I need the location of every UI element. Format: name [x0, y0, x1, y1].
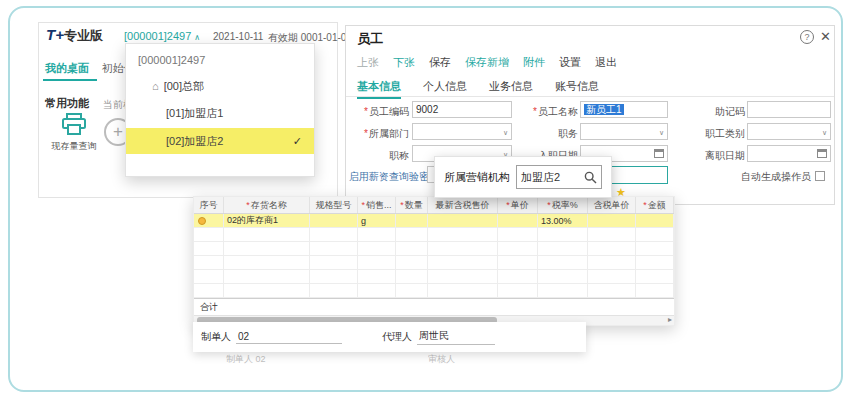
popup-search-input[interactable]: 加盟店2 [516, 165, 602, 189]
table-cell[interactable] [310, 228, 358, 242]
search-icon[interactable] [584, 171, 597, 184]
department-select[interactable]: ∨ [412, 123, 512, 140]
org-item-headquarters[interactable]: ⌂[00]总部 [126, 74, 314, 98]
column-header[interactable]: 序号 [194, 197, 224, 213]
table-cell[interactable] [588, 270, 636, 284]
table-cell[interactable] [498, 228, 538, 242]
table-cell[interactable] [538, 270, 588, 284]
employee-code-input[interactable]: 9002 [412, 101, 512, 118]
creator-input[interactable]: 02 [236, 331, 342, 344]
table-row-empty[interactable] [194, 284, 674, 298]
column-header[interactable]: *金额 [636, 197, 674, 213]
table-cell[interactable] [396, 242, 428, 256]
table-cell[interactable] [224, 256, 310, 270]
table-cell[interactable] [636, 228, 674, 242]
column-header[interactable]: *税率% [538, 197, 588, 213]
inventory-query-shortcut[interactable]: 现存量查询 [44, 112, 104, 158]
column-header[interactable]: 最新含税售价 [428, 197, 498, 213]
table-row-empty[interactable] [194, 228, 674, 242]
table-cell[interactable] [588, 228, 636, 242]
table-cell[interactable] [224, 284, 310, 298]
table-cell[interactable]: g [358, 214, 396, 228]
account-org-switcher[interactable]: [000001]2497∧ [124, 30, 200, 42]
table-row-empty[interactable] [194, 270, 674, 284]
scroll-right-icon[interactable]: ▸ [668, 315, 672, 324]
table-cell[interactable] [636, 256, 674, 270]
table-cell[interactable] [636, 242, 674, 256]
table-cell[interactable] [310, 214, 358, 228]
column-header[interactable]: *数量 [396, 197, 428, 213]
mnemonic-input[interactable] [747, 101, 831, 118]
table-cell[interactable] [636, 270, 674, 284]
table-cell[interactable] [194, 228, 224, 242]
column-header[interactable]: 规格型号 [310, 197, 358, 213]
table-cell[interactable] [428, 256, 498, 270]
column-header[interactable]: 含税单价 [588, 197, 636, 213]
table-cell[interactable] [396, 228, 428, 242]
table-cell[interactable] [428, 228, 498, 242]
table-cell[interactable] [636, 284, 674, 298]
save-button[interactable]: 保存 [429, 55, 451, 70]
table-cell[interactable] [194, 270, 224, 284]
table-cell[interactable] [224, 242, 310, 256]
duty-select[interactable]: ∨ [580, 123, 668, 140]
table-cell[interactable] [310, 284, 358, 298]
table-cell[interactable] [498, 242, 538, 256]
table-cell[interactable] [636, 214, 674, 228]
tab-my-desktop[interactable]: 我的桌面 [45, 61, 89, 76]
column-header[interactable]: *单价 [498, 197, 538, 213]
table-cell[interactable] [224, 270, 310, 284]
next-record-button[interactable]: 下张 [393, 55, 415, 70]
table-cell[interactable] [194, 256, 224, 270]
employee-name-input[interactable]: 新员工1 [580, 101, 668, 118]
table-cell[interactable] [498, 270, 538, 284]
prev-record-button[interactable]: 上张 [357, 55, 379, 70]
close-icon[interactable]: ✕ [820, 29, 831, 44]
settings-button[interactable]: 设置 [559, 55, 581, 70]
attachment-button[interactable]: 附件 [523, 55, 545, 70]
table-row-empty[interactable] [194, 256, 674, 270]
org-item-store2-selected[interactable]: [02]加盟店2 ✓ [126, 128, 314, 154]
category-select[interactable]: ∨ [747, 123, 831, 140]
table-cell[interactable] [396, 284, 428, 298]
table-cell[interactable] [538, 284, 588, 298]
table-cell[interactable] [358, 256, 396, 270]
column-header[interactable]: *存货名称 [224, 197, 310, 213]
table-cell[interactable] [358, 242, 396, 256]
table-cell[interactable] [358, 228, 396, 242]
table-cell[interactable] [358, 284, 396, 298]
table-cell[interactable] [428, 242, 498, 256]
column-header[interactable]: *销售... [358, 197, 396, 213]
table-cell[interactable] [588, 242, 636, 256]
exit-button[interactable]: 退出 [595, 55, 617, 70]
table-cell[interactable] [310, 256, 358, 270]
table-row[interactable]: 02的库存商1g13.00% [194, 214, 674, 228]
table-cell[interactable] [498, 214, 538, 228]
table-cell[interactable] [194, 214, 224, 228]
table-cell[interactable] [358, 270, 396, 284]
table-cell[interactable] [224, 228, 310, 242]
table-cell[interactable] [538, 242, 588, 256]
table-cell[interactable]: 13.00% [538, 214, 588, 228]
table-cell[interactable] [396, 256, 428, 270]
auto-operator-checkbox[interactable] [815, 171, 825, 181]
table-cell[interactable]: 02的库存商1 [224, 214, 310, 228]
help-icon[interactable]: ? [800, 30, 814, 44]
table-cell[interactable] [538, 256, 588, 270]
leave-date-input[interactable] [747, 145, 831, 162]
table-row-empty[interactable] [194, 242, 674, 256]
table-cell[interactable] [498, 284, 538, 298]
table-cell[interactable] [428, 284, 498, 298]
table-cell[interactable] [538, 228, 588, 242]
table-cell[interactable] [428, 270, 498, 284]
agent-input[interactable]: 周世民 [417, 329, 495, 345]
table-cell[interactable] [194, 242, 224, 256]
table-cell[interactable] [588, 214, 636, 228]
table-cell[interactable] [498, 256, 538, 270]
org-item-store1[interactable]: [01]加盟店1 [126, 101, 314, 125]
table-cell[interactable] [428, 214, 498, 228]
table-cell[interactable] [310, 270, 358, 284]
save-and-new-button[interactable]: 保存新增 [465, 55, 509, 70]
table-cell[interactable] [588, 256, 636, 270]
table-cell[interactable] [396, 270, 428, 284]
